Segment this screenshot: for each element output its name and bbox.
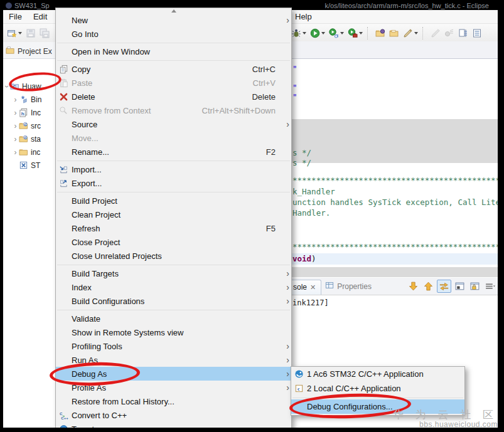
menu-item-label: Close Unrelated Projects <box>72 251 276 261</box>
code-comment-stars: ****************************************… <box>292 176 498 185</box>
menu-icon-placeholder <box>59 313 72 324</box>
compare-icon <box>458 28 468 38</box>
save-all-button <box>38 28 51 39</box>
chevron-right-icon[interactable]: › <box>12 148 19 157</box>
context-menu-item-rename[interactable]: Rename...F2 <box>56 145 291 159</box>
run-button[interactable] <box>309 28 326 39</box>
view-menu-icon <box>485 281 495 292</box>
open-type-icon <box>375 28 385 38</box>
run-history-button[interactable] <box>328 28 345 39</box>
tree-item-bin[interactable]: ›Bin <box>3 93 56 106</box>
chevron-right-icon[interactable]: › <box>12 95 19 104</box>
menu-icon-placeholder <box>59 29 72 39</box>
context-menu-item-import[interactable]: Import... <box>56 162 291 176</box>
marker-button[interactable] <box>402 28 419 39</box>
submenu-item-2-local-c-c-application[interactable]: c2 Local C/C++ Application <box>291 381 464 396</box>
context-menu-item-remove-from-context[interactable]: Remove from ContextCtrl+Alt+Shift+Down <box>56 103 291 117</box>
down-arrow-button[interactable] <box>407 280 420 292</box>
up-arrow-button[interactable] <box>422 280 435 292</box>
project-explorer-label: Project Ex <box>18 47 52 56</box>
screenshot-root: SW431_Sp k/os/liteos/arch/arm/arm-m/src/… <box>0 0 504 432</box>
tab-project-explorer[interactable]: Project Ex <box>3 42 56 59</box>
tree-item-src[interactable]: ›Csrc <box>3 119 56 132</box>
chevron-down-icon[interactable] <box>340 32 344 34</box>
chevron-down-icon[interactable] <box>359 32 363 34</box>
menu-item-label: Restore from Local History... <box>72 397 276 406</box>
view-menu-button[interactable] <box>483 280 496 292</box>
menu-file[interactable]: File <box>3 12 28 21</box>
context-menu-item-build-targets[interactable]: Build Targets› <box>56 266 291 280</box>
toolbar-separator <box>367 27 371 40</box>
code-line: s */ <box>292 148 311 157</box>
menu-item-label: Move... <box>72 134 276 143</box>
tree-item-sta[interactable]: ›Csta <box>3 132 56 145</box>
debug-button[interactable] <box>290 28 308 39</box>
tree-item-inc[interactable]: ›hInc <box>3 106 56 119</box>
editor-selection-block <box>289 119 498 163</box>
context-menu-item-copy[interactable]: CopyCtrl+C <box>56 62 291 76</box>
watermark-url: bbs.huaweicloud.com <box>393 421 498 429</box>
chevron-right-icon: › <box>282 424 289 428</box>
chevron-down-icon[interactable] <box>321 32 325 34</box>
swap-button[interactable] <box>437 280 451 293</box>
context-menu-item-paste[interactable]: PasteCtrl+V <box>56 76 291 90</box>
context-menu-item-source[interactable]: Source› <box>56 117 291 131</box>
context-menu-item-convert-to-c[interactable]: CC++Convert to C++ <box>56 408 291 422</box>
context-menu-item-validate[interactable]: Validate <box>56 312 291 325</box>
chevron-down-icon[interactable] <box>303 32 306 34</box>
remove-context-icon <box>59 105 72 115</box>
svg-text:C: C <box>60 411 63 415</box>
chevron-down-icon[interactable] <box>18 32 22 34</box>
pin-console-button[interactable] <box>453 280 466 292</box>
menu-scroll-up-icon[interactable] <box>56 8 291 13</box>
compare-button[interactable] <box>457 28 469 39</box>
context-menu-item-index[interactable]: Index› <box>56 280 291 294</box>
context-menu-item-show-in-remote-systems-view[interactable]: Show in Remote Systems view <box>56 325 291 339</box>
submenu-item-1-ac6-stm32-c-c-application[interactable]: 1 Ac6 STM32 C/C++ Application <box>291 367 464 381</box>
outline-button[interactable] <box>471 28 483 39</box>
context-menu-item-restore-from-local-history[interactable]: Restore from Local History... <box>56 394 291 408</box>
menu-help[interactable]: Help <box>289 12 318 21</box>
external-tools-button[interactable] <box>346 28 364 39</box>
chevron-right-icon[interactable]: › <box>12 122 19 130</box>
context-menu-item-delete[interactable]: DeleteDelete <box>56 90 291 103</box>
save-icon <box>26 28 36 38</box>
chevron-right-icon: › <box>282 282 289 292</box>
context-menu-item-close-project[interactable]: Close Project <box>56 235 291 249</box>
close-icon[interactable]: ✕ <box>310 283 316 292</box>
context-menu-item-close-unrelated-projects[interactable]: Close Unrelated Projects <box>56 249 291 263</box>
tab-console[interactable]: sole ✕ <box>289 280 321 295</box>
context-menu-item-refresh[interactable]: RefreshF5 <box>56 221 291 235</box>
chevron-down-icon[interactable] <box>414 32 418 34</box>
code-editor[interactable]: " " " s */ s */ ************************… <box>289 41 498 278</box>
context-menu-item-build-configurations[interactable]: Build Configurations› <box>56 294 291 308</box>
context-menu-item-build-project[interactable]: Build Project <box>56 194 291 208</box>
menu-item-shortcut: Ctrl+Alt+Shift+Down <box>202 106 276 115</box>
context-menu-separator <box>57 265 290 265</box>
console-output: ink1217] <box>289 295 498 310</box>
tab-properties[interactable]: Properties <box>321 278 377 295</box>
open-type-button[interactable] <box>374 28 387 39</box>
tree-item-inc[interactable]: ›inc <box>3 145 56 159</box>
tree-item-st[interactable]: ST <box>3 159 56 172</box>
context-menu-item-clean-project[interactable]: Clean Project <box>56 208 291 221</box>
menu-edit[interactable]: Edit <box>28 12 53 21</box>
new-wizard-button[interactable] <box>6 28 23 39</box>
chevron-right-icon[interactable]: › <box>12 135 19 144</box>
open-folder-button[interactable] <box>388 28 400 39</box>
tree-item-label: Inc <box>31 108 41 117</box>
menu-item-label: Remove from Context <box>72 106 202 115</box>
context-menu-separator <box>57 192 290 192</box>
titlebar-left-text: SW431_Sp <box>14 2 50 9</box>
context-menu-item-profiling-tools[interactable]: Profiling Tools› <box>56 339 291 353</box>
context-menu-item-new[interactable]: New› <box>56 13 291 27</box>
context-menu-item-target[interactable]: Target› <box>56 422 291 428</box>
context-menu-item-export[interactable]: Export... <box>56 176 291 190</box>
context-menu-item-go-into[interactable]: Go Into <box>56 27 291 41</box>
chevron-right-icon[interactable]: › <box>12 108 19 117</box>
lock-console-button[interactable] <box>468 280 481 292</box>
format-button <box>443 28 456 39</box>
context-menu-item-move[interactable]: Move... <box>56 131 291 145</box>
context-menu-item-open-in-new-window[interactable]: Open in New Window <box>56 45 291 58</box>
menu-icon-placeholder <box>59 15 72 25</box>
